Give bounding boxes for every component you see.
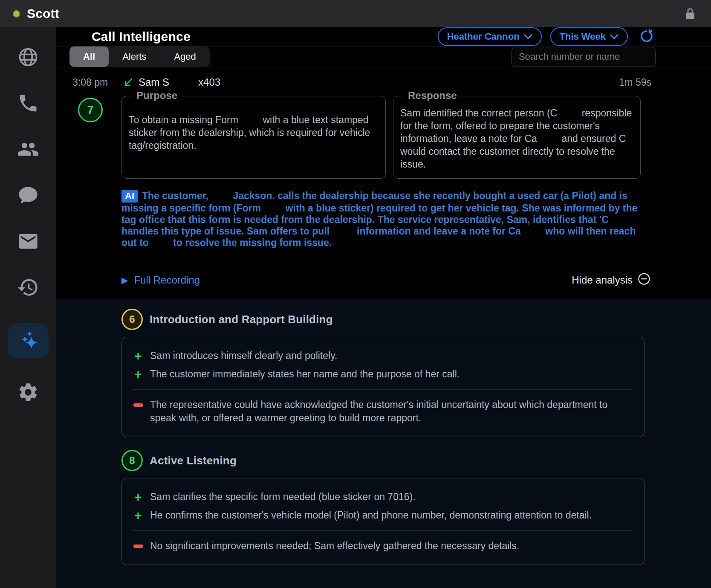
lock-icon <box>684 7 697 20</box>
analysis-section-box: + Sam introduces himself clearly and pol… <box>121 337 645 437</box>
call-footer: ▶ Full Recording Hide analysis <box>121 272 711 299</box>
positive-item: + Sam introduces himself clearly and pol… <box>133 347 633 365</box>
hide-analysis-button[interactable]: Hide analysis <box>572 272 650 288</box>
call-score-badge: 7 <box>78 98 103 122</box>
user-name: Scott <box>27 6 59 21</box>
hide-analysis-label: Hide analysis <box>572 274 633 286</box>
sidebar-item-calls[interactable] <box>16 93 40 115</box>
call-entry: 3:08 pm Sam S x403 1m 59s 7 Purpose <box>56 67 711 299</box>
positive-item: + He confirms the customer's vehicle mod… <box>133 506 633 524</box>
period-filter-dropdown[interactable]: This Week <box>550 27 628 46</box>
sidebar-item-call-intelligence[interactable] <box>8 323 49 358</box>
minus-icon <box>133 539 143 548</box>
chevron-down-icon <box>610 31 619 42</box>
ai-badge: AI <box>121 190 138 203</box>
agent-filter-dropdown[interactable]: Heather Cannon <box>438 27 542 46</box>
positive-item-text: Sam clarifies the specific form needed (… <box>150 490 416 504</box>
gear-icon <box>17 381 39 405</box>
call-time: 3:08 pm <box>72 77 122 88</box>
response-box: Response Sam identified the correct pers… <box>393 96 641 179</box>
page-title: Call Intelligence <box>92 29 191 44</box>
analysis-section-box: + Sam clarifies the specific form needed… <box>121 478 645 565</box>
section-title: Active Listening <box>150 454 237 467</box>
purpose-label: Purpose <box>133 90 181 101</box>
purpose-text: To obtain a missing Form with a blue tex… <box>129 113 379 152</box>
sidebar-item-contacts[interactable] <box>16 139 40 161</box>
minus-circle-icon <box>638 272 650 288</box>
sidebar-item-messages[interactable] <box>16 185 40 207</box>
positive-item-text: Sam introduces himself clearly and polit… <box>150 349 337 362</box>
sidebar-item-settings[interactable] <box>16 382 40 404</box>
plus-icon: + <box>133 349 143 362</box>
period-filter-label: This Week <box>560 31 606 42</box>
tab-alerts[interactable]: Alerts <box>109 46 160 67</box>
people-icon <box>17 138 39 162</box>
chevron-down-icon <box>524 31 532 42</box>
globe-icon <box>17 46 39 70</box>
positive-item: + The customer immediately states her na… <box>133 365 633 383</box>
item-divider <box>133 389 633 390</box>
response-text: Sam identified the correct person (C res… <box>400 107 633 171</box>
mail-icon <box>17 230 39 254</box>
sidebar-item-web[interactable] <box>16 47 40 69</box>
sidebar-item-voicemail[interactable] <box>16 231 40 253</box>
sidebar-item-history[interactable] <box>16 277 40 299</box>
top-bar: Scott <box>0 0 711 27</box>
call-agent-name: Sam S <box>139 76 169 88</box>
search-input[interactable] <box>512 47 656 67</box>
analysis-section-header: 6 Introduction and Rapport Building <box>121 309 711 330</box>
purpose-box: Purpose To obtain a missing Form with a … <box>121 96 386 179</box>
full-recording-label: Full Recording <box>134 274 200 286</box>
ai-summary: AIThe customer, Jackson. calls the deale… <box>121 190 641 249</box>
tab-aged[interactable]: Aged <box>160 46 209 67</box>
plus-icon: + <box>133 490 143 504</box>
call-extension: x403 <box>198 76 220 88</box>
analysis-panel: 6 Introduction and Rapport Building + Sa… <box>56 299 711 588</box>
page-header: Call Intelligence Heather Cannon This We… <box>56 27 711 46</box>
sparkles-icon <box>17 329 39 353</box>
call-duration: 1m 59s <box>619 77 651 88</box>
item-divider <box>133 530 633 531</box>
section-title: Introduction and Rapport Building <box>150 313 333 326</box>
app-window: Scott <box>0 0 711 588</box>
agent-filter-label: Heather Cannon <box>447 31 520 42</box>
chat-icon <box>17 184 39 208</box>
negative-item: The representative could have acknowledg… <box>133 396 633 427</box>
minus-icon <box>133 398 143 407</box>
section-score-badge: 6 <box>121 309 143 330</box>
call-summary-row[interactable]: 3:08 pm Sam S x403 1m 59s <box>56 75 711 90</box>
response-label: Response <box>405 90 460 101</box>
positive-item-text: The customer immediately states her name… <box>150 368 460 381</box>
incoming-call-icon <box>122 76 134 88</box>
play-icon: ▶ <box>121 275 128 285</box>
negative-item-text: The representative could have acknowledg… <box>150 398 633 425</box>
positive-item-text: He confirms the customer's vehicle model… <box>150 509 592 522</box>
ai-summary-text: The customer, Jackson. calls the dealers… <box>121 190 640 248</box>
plus-icon: + <box>133 368 143 381</box>
plus-icon: + <box>133 509 143 522</box>
negative-item: No significant improvements needed; Sam … <box>133 537 633 555</box>
full-recording-button[interactable]: ▶ Full Recording <box>121 274 200 286</box>
toolbar: All Alerts Aged <box>56 46 711 67</box>
main-content: Call Intelligence Heather Cannon This We… <box>56 27 711 588</box>
section-score-badge: 8 <box>121 450 143 471</box>
refresh-icon <box>639 29 654 45</box>
analysis-section-header: 8 Active Listening <box>121 450 711 471</box>
online-status-dot <box>13 10 20 17</box>
refresh-button[interactable] <box>639 29 654 45</box>
sidebar-nav <box>0 27 56 588</box>
call-filter-tabs: All Alerts Aged <box>69 46 210 67</box>
history-icon <box>17 276 39 300</box>
positive-item: + Sam clarifies the specific form needed… <box>133 488 633 506</box>
negative-item-text: No significant improvements needed; Sam … <box>150 539 519 553</box>
phone-icon <box>17 92 39 116</box>
tab-all[interactable]: All <box>69 46 109 67</box>
